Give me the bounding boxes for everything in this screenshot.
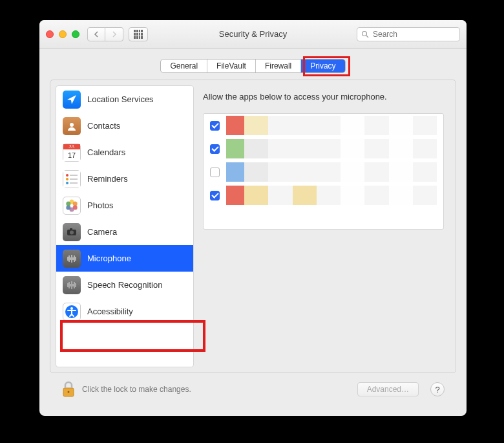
sidebar-item-accessibility[interactable]: Accessibility (56, 298, 193, 325)
sidebar-item-label: Camera (87, 227, 117, 237)
app-row (204, 160, 443, 184)
chevron-left-icon (94, 31, 99, 38)
app-checkbox[interactable] (210, 167, 220, 177)
photos-icon (63, 197, 81, 215)
svg-rect-11 (70, 228, 72, 230)
svg-point-33 (68, 391, 70, 393)
sidebar-item-label: Contacts (87, 121, 120, 131)
sidebar-item-microphone[interactable]: Microphone (56, 245, 193, 272)
zoom-button[interactable] (72, 30, 79, 38)
svg-point-31 (70, 307, 73, 310)
sidebar-item-reminders[interactable]: Reminders (56, 166, 193, 192)
footer: Click the lock to make changes. Advanced… (50, 373, 456, 405)
help-button[interactable]: ? (430, 382, 445, 396)
nav-buttons (87, 27, 123, 41)
tabs-segmented: GeneralFileVaultFirewallPrivacy (160, 59, 345, 73)
app-redacted-name (226, 116, 437, 135)
advanced-button[interactable]: Advanced… (357, 382, 419, 396)
sidebar-item-speech[interactable]: Speech Recognition (56, 272, 193, 298)
sidebar-item-photos[interactable]: Photos (56, 192, 193, 219)
location-icon (63, 91, 81, 109)
search-icon (361, 30, 369, 38)
content-header: Allow the apps below to access your micr… (203, 92, 444, 102)
microphone-icon (63, 250, 81, 268)
app-redacted-name (226, 162, 437, 182)
sidebar-item-label: Microphone (87, 254, 131, 263)
app-row (204, 184, 443, 207)
sidebar-item-label: Photos (87, 200, 113, 210)
svg-point-7 (66, 205, 70, 210)
svg-line-1 (366, 36, 368, 38)
window-body: GeneralFileVaultFirewallPrivacy Location… (39, 49, 467, 416)
app-checkbox[interactable] (210, 191, 220, 200)
svg-point-4 (73, 201, 78, 206)
sidebar-item-contacts[interactable]: Contacts (56, 113, 193, 139)
lock-icon[interactable] (61, 381, 76, 398)
svg-point-0 (362, 31, 367, 36)
sidebar-item-camera[interactable]: Camera (56, 219, 193, 245)
sidebar-item-label: Accessibility (87, 307, 133, 316)
sidebar-item-label: Reminders (87, 174, 128, 184)
minimize-button[interactable] (59, 30, 67, 38)
svg-point-8 (66, 201, 70, 206)
window-controls (46, 30, 79, 38)
svg-point-2 (70, 123, 74, 127)
app-checkbox[interactable] (210, 121, 220, 131)
privacy-content: Allow the apps below to access your micr… (199, 80, 456, 373)
apps-list (203, 113, 444, 230)
close-button[interactable] (46, 30, 54, 38)
sidebar-item-label: Calendars (87, 147, 125, 157)
app-redacted-name (226, 186, 437, 205)
search-field[interactable] (357, 27, 460, 41)
tab-firewall[interactable]: Firewall (256, 59, 301, 72)
tab-general[interactable]: General (161, 59, 207, 72)
camera-icon (63, 223, 81, 241)
preferences-window: Security & Privacy GeneralFileVaultFirew… (39, 20, 467, 416)
search-input[interactable] (372, 29, 467, 39)
reminders-icon (63, 170, 81, 188)
tab-privacy[interactable]: Privacy (301, 59, 344, 72)
grid-icon (134, 30, 143, 39)
accessibility-icon (63, 303, 81, 321)
app-redacted-name (226, 139, 437, 158)
privacy-panel: Location ServicesContactsJUL17CalendarsR… (50, 80, 456, 373)
sidebar-item-label: Location Services (87, 94, 154, 104)
app-row (204, 137, 443, 160)
tab-filevault[interactable]: FileVault (207, 59, 256, 72)
app-checkbox[interactable] (210, 144, 220, 154)
privacy-sidebar: Location ServicesContactsJUL17CalendarsR… (56, 85, 194, 367)
calendar-icon: JUL17 (63, 144, 81, 162)
speech-icon (63, 276, 81, 294)
sidebar-item-label: Speech Recognition (87, 280, 162, 290)
tabs-row: GeneralFileVaultFirewallPrivacy (50, 59, 456, 73)
sidebar-item-location[interactable]: Location Services (56, 86, 193, 113)
contacts-icon (63, 117, 81, 135)
svg-point-10 (70, 230, 74, 234)
chevron-right-icon (112, 31, 117, 38)
show-all-button[interactable] (129, 27, 148, 41)
app-row (204, 114, 443, 137)
forward-button[interactable] (105, 27, 123, 41)
lock-text: Click the lock to make changes. (82, 385, 191, 394)
back-button[interactable] (87, 27, 105, 41)
titlebar: Security & Privacy (39, 20, 467, 49)
sidebar-item-calendars[interactable]: JUL17Calendars (56, 139, 193, 166)
